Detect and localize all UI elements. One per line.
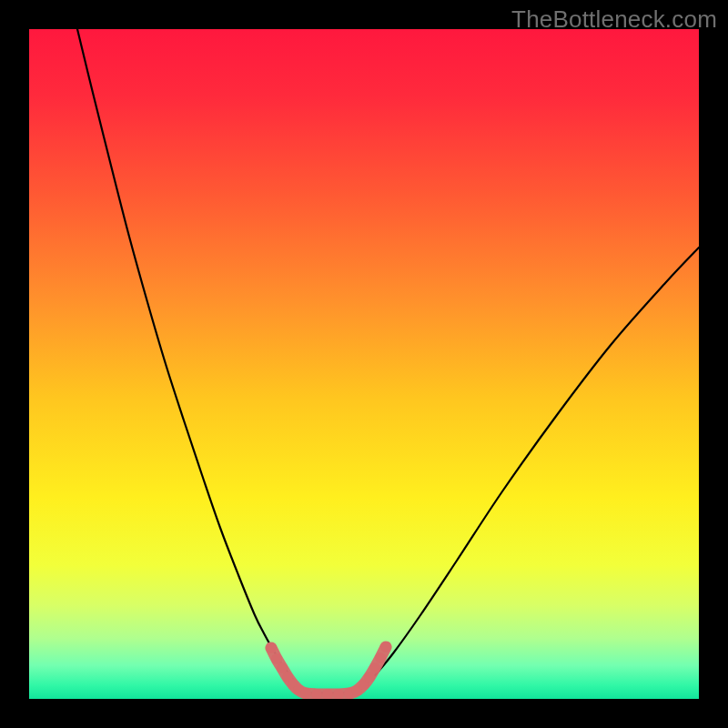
chart-svg [29, 29, 699, 699]
valley-marker-dot [266, 642, 277, 653]
valley-marker-dot [364, 672, 375, 682]
valley-marker-dot [300, 688, 311, 699]
plot-area [29, 29, 699, 699]
gradient-background [29, 29, 699, 699]
watermark-text: TheBottleneck.com [511, 5, 717, 34]
valley-marker-dot [277, 662, 288, 673]
valley-marker-dot [369, 662, 380, 673]
valley-marker-dot [271, 653, 282, 664]
chart-frame: TheBottleneck.com [0, 0, 728, 728]
valley-marker-dot [380, 642, 391, 652]
valley-marker-dot [375, 652, 386, 663]
